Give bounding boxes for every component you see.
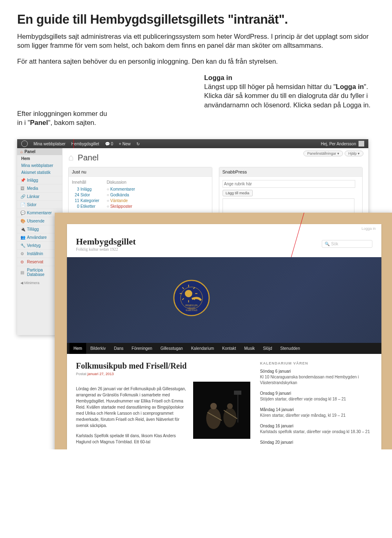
- help-button[interactable]: Hjälp ▾: [345, 151, 363, 156]
- post-image[interactable]: [193, 382, 250, 439]
- screenshots-area: Mina webbplatser Hembygdsgillet 💬 0 + Ne…: [17, 139, 375, 437]
- intro-block: Hembygdsgillets sajt administreras via e…: [17, 32, 375, 66]
- sidebar-panel[interactable]: ⌂Panel: [17, 148, 62, 155]
- sidebar-hem[interactable]: Hem: [17, 155, 62, 162]
- sidebar-column: KALENDARIUM VÅREN Söndag 6 januariKl 10 …: [260, 361, 372, 449]
- sidebar-item-inlagg[interactable]: 📌Inlägg: [17, 176, 62, 184]
- svg-point-3: [185, 290, 192, 298]
- toolbar-greeting[interactable]: Hej, Per Andersson: [321, 142, 356, 146]
- site-title[interactable]: Hembygdsgillet: [76, 236, 136, 247]
- database-icon: ▤: [20, 270, 25, 275]
- svg-rect-23: [234, 391, 241, 395]
- nav-item-kalendarium[interactable]: Kalendarium: [187, 343, 218, 354]
- home-icon: ⌂: [20, 149, 23, 154]
- nav-item-dans[interactable]: Dans: [110, 343, 127, 354]
- svg-text:GILLET: GILLET: [188, 307, 196, 309]
- sidebar-item-media[interactable]: 🖼Media: [17, 184, 62, 192]
- svg-rect-15: [193, 382, 250, 439]
- left-callout: Efter inloggningen kommer du in i "Panel…: [17, 109, 188, 127]
- hero-image: HEMBYGDS GILLET KARLSTAD: [67, 257, 381, 343]
- toolbar-refresh-icon[interactable]: ↻: [136, 142, 140, 146]
- avatar[interactable]: [359, 141, 364, 147]
- panel-settings-button[interactable]: Panelinställningar ▾: [303, 151, 343, 156]
- users-icon: 👥: [20, 235, 25, 240]
- content-heading: Innehåll: [72, 180, 99, 185]
- nav-item-gillesstugan[interactable]: Gillesstugan: [156, 343, 187, 354]
- stat-row[interactable]: Kommentarer: [107, 187, 135, 191]
- stat-row[interactable]: Skräpposter: [107, 204, 135, 209]
- stat-row[interactable]: 0Etiketter: [72, 204, 99, 209]
- nav-item-slojd[interactable]: Slöjd: [259, 343, 276, 354]
- intro-p2: För att hantera sajten behöver du en per…: [17, 57, 375, 66]
- stat-row[interactable]: 11Kategorier: [72, 198, 99, 203]
- wp-admin-toolbar[interactable]: Mina webbplatser Hembygdsgillet 💬 0 + Ne…: [17, 139, 368, 148]
- toolbar-new[interactable]: + New: [119, 142, 131, 146]
- svg-text:HEMBYGDS: HEMBYGDS: [185, 304, 198, 307]
- intro-p1: Hembygdsgillets sajt administreras via e…: [17, 32, 375, 50]
- add-media-button[interactable]: Lägg till media: [223, 190, 253, 196]
- stat-row[interactable]: 3Inlägg: [72, 187, 99, 191]
- login-label: Logga in: [204, 74, 232, 81]
- plugin-icon: 🔌: [20, 227, 25, 231]
- settings-icon: ⚙: [20, 251, 25, 256]
- media-icon: 🖼: [20, 186, 25, 191]
- snabbpress-head: SnabbPress: [219, 167, 363, 177]
- club-badge-icon: HEMBYGDS GILLET KARLSTAD: [173, 280, 210, 316]
- sidebar-heading: KALENDARIUM VÅREN: [260, 361, 372, 365]
- toolbar-comments[interactable]: 💬 0: [105, 142, 113, 146]
- title-input[interactable]: [223, 180, 356, 188]
- stat-row[interactable]: 24Sidor: [72, 193, 99, 197]
- login-callout: Logga in Längst upp till höger på hemsid…: [204, 73, 375, 109]
- stat-row[interactable]: Väntande: [107, 198, 135, 203]
- dashboard-home-icon: ⌂: [68, 152, 74, 163]
- page-icon: 📄: [20, 202, 25, 207]
- toolbar-mysites[interactable]: Mina webbplatser: [33, 142, 65, 146]
- nav-item-kontakt[interactable]: Kontakt: [218, 343, 240, 354]
- link-icon: 🔗: [20, 194, 25, 199]
- site-tagline: Folklig kultur sedan 1922: [76, 247, 136, 251]
- page-title: En guide till Hembygdsgilletsgillets "in…: [17, 12, 375, 27]
- search-input[interactable]: 🔍 Sök: [322, 240, 372, 248]
- sidebar-item-lankar[interactable]: 🔗Länkar: [17, 192, 62, 200]
- event: Måndag 14 januariKören startar, därefter…: [260, 407, 372, 418]
- search-icon: 🔍: [325, 242, 330, 246]
- post-paragraph: Lördag den 26 januari var det Folkmusikp…: [76, 386, 187, 429]
- dashboard-title: Panel: [78, 153, 98, 162]
- sidebar-akismet[interactable]: Akismet statistik: [17, 169, 62, 176]
- sidebar-mina[interactable]: Mina webbplatser: [17, 162, 62, 169]
- pin-icon: 📌: [20, 178, 25, 182]
- event: Söndag 20 januari: [260, 440, 372, 445]
- post-meta: Postat januari 27, 2013: [76, 372, 250, 376]
- nav-item-hem[interactable]: Hem: [69, 343, 86, 354]
- frontend-screenshot: Logga in Hembygdsgillet Folklig kultur s…: [55, 213, 392, 449]
- post-paragraph: Karlstads Spelfolk spelade till dans, li…: [76, 433, 187, 445]
- svg-point-19: [227, 403, 233, 409]
- justnu-head: Just nu: [69, 167, 212, 177]
- svg-rect-22: [237, 394, 238, 422]
- tools-icon: 🔧: [20, 243, 25, 248]
- event: Söndag 6 januariKl 10 Nicaraguanska bond…: [260, 369, 372, 386]
- comment-icon: 💬: [20, 211, 25, 215]
- login-link[interactable]: Logga in: [67, 224, 381, 233]
- nav-item-foreningen[interactable]: Föreningen: [127, 343, 156, 354]
- minus-icon: ⊖: [20, 260, 25, 264]
- post-title[interactable]: Folkmusikpub med Frisell/Reid: [76, 361, 250, 371]
- wordpress-logo-icon[interactable]: [21, 140, 28, 147]
- post-date[interactable]: januari 27, 2013: [87, 372, 114, 376]
- stat-row[interactable]: Godkända: [107, 193, 135, 197]
- svg-point-17: [223, 408, 236, 427]
- event: Onsdag 16 januariKarlstads spelfolk star…: [260, 423, 372, 435]
- svg-text:KARLSTAD: KARLSTAD: [186, 309, 197, 312]
- toolbar-sitename[interactable]: Hembygdsgillet: [71, 142, 99, 146]
- post-column: Folkmusikpub med Frisell/Reid Postat jan…: [76, 361, 250, 449]
- discussion-heading: Diskussion: [107, 180, 135, 185]
- nav-item-musik[interactable]: Musik: [240, 343, 259, 354]
- nav-item-bilderkiv[interactable]: Bilderkiv: [86, 343, 110, 354]
- svg-point-18: [210, 403, 217, 409]
- event: Onsdag 9 januariStöjden startar, därefte…: [260, 391, 372, 402]
- appearance-icon: 🎨: [20, 219, 25, 223]
- nav-item-stenudden[interactable]: Stenudden: [276, 343, 304, 354]
- main-nav: Hem Bilderkiv Dans Föreningen Gillesstug…: [67, 343, 381, 354]
- sidebar-item-sidor[interactable]: 📄Sidor: [17, 200, 62, 209]
